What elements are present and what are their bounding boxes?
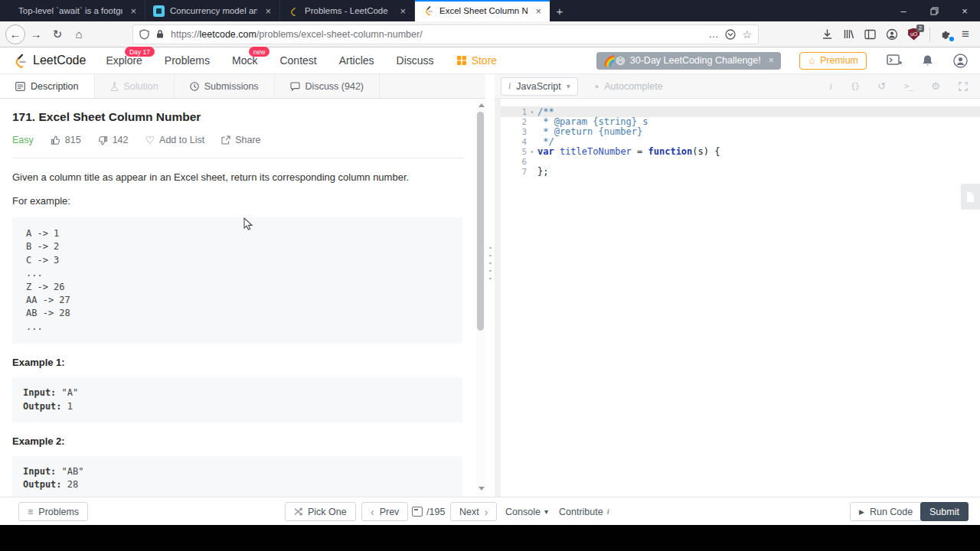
problems-list-button[interactable]: ≡ Problems xyxy=(18,502,88,521)
pocket-icon[interactable] xyxy=(725,29,736,40)
list-menu-icon: ≡ xyxy=(28,507,33,517)
leetcode-logo-icon xyxy=(12,53,28,69)
page-icon xyxy=(965,191,975,203)
tab-description[interactable]: Description xyxy=(0,74,95,98)
close-window-button[interactable]: × xyxy=(949,0,980,21)
reload-icon[interactable]: ↻ xyxy=(47,24,68,45)
thumbs-up-icon xyxy=(51,135,60,145)
sidebar-icon[interactable] xyxy=(864,29,876,40)
tab-strip-spacer xyxy=(0,0,11,21)
scroll-up-arrow[interactable] xyxy=(479,103,485,107)
leetcode-logo[interactable]: LeetCode xyxy=(12,53,86,69)
url-toolbar: ← → ↻ ⌂ https://leetcode.com/problems/ex… xyxy=(0,21,980,47)
banner-close-icon[interactable]: × xyxy=(769,55,774,66)
page-actions-icon[interactable]: … xyxy=(708,28,719,40)
nav-explore[interactable]: ExploreDay 17 xyxy=(106,54,142,67)
reset-code-icon[interactable]: ↺ xyxy=(877,80,886,92)
interview-terminal-icon[interactable] xyxy=(887,54,902,67)
nav-mock[interactable]: Mocknew xyxy=(232,54,257,67)
problem-index-input[interactable] xyxy=(412,507,423,517)
browser-tab-3[interactable]: Problems - LeetCode × xyxy=(280,0,415,21)
mouse-cursor xyxy=(243,217,253,231)
address-bar[interactable]: https://leetcode.com/problems/excel-shee… xyxy=(132,24,759,44)
challenge-banner[interactable]: 🌈😄 30-Day LeetCoding Challenge! × xyxy=(596,52,781,70)
scroll-down-arrow[interactable] xyxy=(479,487,485,491)
code-editor[interactable]: 1▾/** 2 * @param {string} s 3 * @return … xyxy=(495,99,980,497)
home-icon[interactable]: ⌂ xyxy=(68,24,90,45)
problem-content: 171. Excel Sheet Column Number Easy 815 … xyxy=(0,99,476,497)
info-icon[interactable]: i xyxy=(829,80,832,93)
problem-tab-bar: Description Solution Submissions xyxy=(0,74,495,99)
tab-close-icon[interactable]: × xyxy=(263,5,273,17)
forward-icon[interactable]: → xyxy=(25,24,47,45)
navbar-icons xyxy=(887,54,968,68)
language-select[interactable]: i JavaScript ▾ xyxy=(501,77,578,96)
bookmark-star-icon[interactable]: ☆ xyxy=(742,28,752,41)
back-icon[interactable]: ← xyxy=(5,24,25,44)
like-button[interactable]: 815 xyxy=(51,135,81,145)
dislike-button[interactable]: 142 xyxy=(98,135,129,145)
notifications-bell-icon[interactable] xyxy=(922,54,933,67)
avatar-icon[interactable] xyxy=(953,54,968,68)
floating-page-button[interactable] xyxy=(961,184,980,210)
add-to-list-button[interactable]: ♡ Add to List xyxy=(145,134,205,146)
panel-resize-divider[interactable] xyxy=(485,74,495,497)
nav-discuss[interactable]: Discuss xyxy=(397,54,434,67)
speech-bubble-icon xyxy=(290,82,300,91)
fullscreen-icon[interactable] xyxy=(959,82,968,91)
browser-tab-active[interactable]: Excel Sheet Column Number - × xyxy=(415,0,550,21)
scrollbar-thumb[interactable] xyxy=(477,112,484,331)
description-scrollbar[interactable] xyxy=(476,99,485,497)
nav-contest[interactable]: Contest xyxy=(279,54,316,67)
footer-bar: ≡ Problems Pick One ‹ Prev /195 Next › C… xyxy=(0,497,980,525)
tab-solution[interactable]: Solution xyxy=(95,74,175,98)
example-1-heading: Example 1: xyxy=(12,357,476,368)
minimize-button[interactable]: – xyxy=(888,0,919,21)
extension-puzzle-icon[interactable] xyxy=(940,28,952,40)
premium-button[interactable]: ☆ Premium xyxy=(799,52,867,70)
settings-gear-icon[interactable]: ⚙ xyxy=(931,80,940,92)
chevron-down-icon: ▾ xyxy=(567,82,570,90)
play-icon: ▶ xyxy=(859,508,864,516)
editor-toolbar: i JavaScript ▾ ● Autocomplete i {} ↺ >_ … xyxy=(495,74,980,99)
nav-problems[interactable]: Problems xyxy=(165,54,210,67)
fold-arrow-icon[interactable]: ▾ xyxy=(527,107,537,117)
divider-line xyxy=(12,158,464,158)
nav-articles[interactable]: Articles xyxy=(339,54,374,67)
account-icon[interactable] xyxy=(886,28,898,41)
restore-button[interactable] xyxy=(919,0,949,21)
tab-discuss[interactable]: Discuss (942) xyxy=(275,74,380,98)
new-tab-button[interactable]: + xyxy=(550,0,570,21)
autocomplete-toggle[interactable]: ● Autocomplete xyxy=(595,81,663,92)
download-icon[interactable] xyxy=(822,28,833,40)
share-button[interactable]: Share xyxy=(221,135,260,145)
console-prompt-icon[interactable]: >_ xyxy=(904,81,913,91)
hamburger-menu-icon[interactable]: ≡ xyxy=(962,27,969,42)
example-1-block: Input: "A" Output: 1 xyxy=(12,377,462,422)
console-toggle[interactable]: Console ▾ xyxy=(505,502,548,521)
submit-button[interactable]: Submit xyxy=(920,502,969,521)
tab-favicon xyxy=(153,5,165,17)
tab-close-icon[interactable]: × xyxy=(397,5,408,17)
editor-panel: i JavaScript ▾ ● Autocomplete i {} ↺ >_ … xyxy=(495,74,980,497)
resize-handle-dots xyxy=(489,244,492,279)
example-2-block: Input: "AB" Output: 28 xyxy=(12,456,462,497)
tracking-shield-icon[interactable] xyxy=(139,29,149,40)
tab-close-icon[interactable]: × xyxy=(533,5,544,17)
tab-close-icon[interactable]: × xyxy=(128,5,139,17)
next-button[interactable]: Next › xyxy=(450,502,497,521)
fold-arrow-icon[interactable]: ▾ xyxy=(527,147,537,157)
browser-tab-1[interactable]: Top-level `await` is a footgun × xyxy=(11,0,145,21)
prev-button[interactable]: ‹ Prev xyxy=(361,502,408,521)
library-icon[interactable] xyxy=(843,28,854,40)
run-code-button[interactable]: ▶ Run Code xyxy=(850,502,922,521)
browser-tab-2[interactable]: Concurrency model and the ev × xyxy=(145,0,280,21)
nav-store[interactable]: Store xyxy=(456,54,497,67)
format-braces-icon[interactable]: {} xyxy=(851,81,859,91)
problem-index[interactable]: /195 xyxy=(412,502,445,521)
share-icon xyxy=(221,135,230,145)
adblock-icon[interactable]: uO 2 xyxy=(908,28,920,41)
pick-one-button[interactable]: Pick One xyxy=(285,502,356,521)
tab-submissions[interactable]: Submissions xyxy=(175,74,275,98)
contribute-link[interactable]: Contribute i xyxy=(559,502,609,521)
